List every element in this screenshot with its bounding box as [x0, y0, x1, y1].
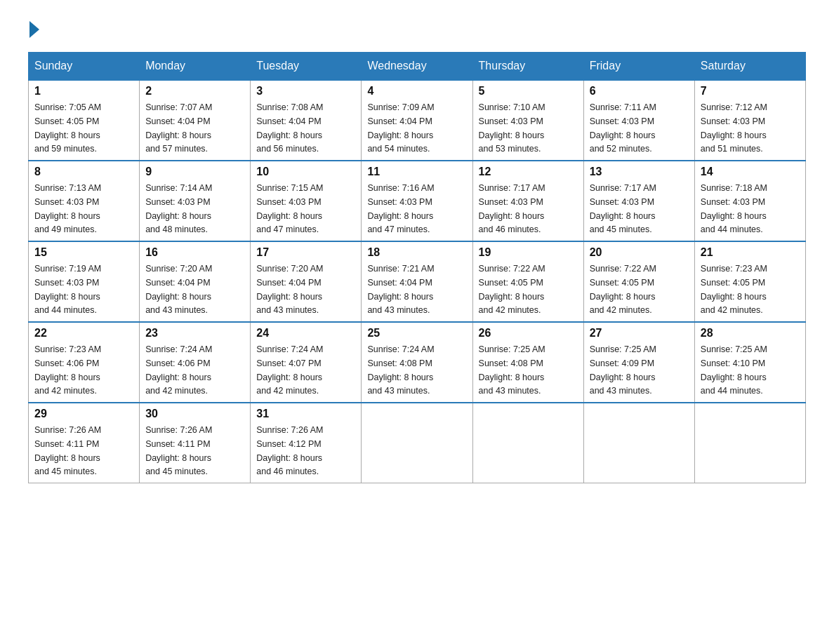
day-number: 5 — [479, 85, 578, 98]
week-row-3: 15 Sunrise: 7:19 AMSunset: 4:03 PMDaylig… — [29, 241, 806, 322]
calendar-cell: 14 Sunrise: 7:18 AMSunset: 4:03 PMDaylig… — [694, 161, 805, 241]
logo-arrow-icon — [29, 21, 39, 38]
day-number: 29 — [34, 408, 133, 420]
calendar-table: SundayMondayTuesdayWednesdayThursdayFrid… — [28, 52, 806, 483]
calendar-cell: 30 Sunrise: 7:26 AMSunset: 4:11 PMDaylig… — [140, 403, 251, 483]
calendar-cell: 13 Sunrise: 7:17 AMSunset: 4:03 PMDaylig… — [583, 161, 694, 241]
day-info: Sunrise: 7:05 AMSunset: 4:05 PMDaylight:… — [34, 102, 101, 154]
calendar-cell: 22 Sunrise: 7:23 AMSunset: 4:06 PMDaylig… — [29, 322, 140, 403]
day-number: 28 — [701, 327, 800, 340]
day-number: 6 — [590, 85, 689, 98]
calendar-cell: 28 Sunrise: 7:25 AMSunset: 4:10 PMDaylig… — [694, 322, 805, 403]
day-number: 22 — [34, 327, 133, 340]
calendar-cell — [694, 403, 805, 483]
day-info: Sunrise: 7:17 AMSunset: 4:03 PMDaylight:… — [479, 183, 545, 234]
day-number: 20 — [590, 246, 689, 259]
day-number: 15 — [34, 246, 133, 259]
day-info: Sunrise: 7:24 AMSunset: 4:06 PMDaylight:… — [145, 344, 212, 396]
day-number: 31 — [256, 408, 355, 420]
day-number: 13 — [590, 166, 689, 178]
calendar-cell: 2 Sunrise: 7:07 AMSunset: 4:04 PMDayligh… — [140, 80, 251, 161]
day-info: Sunrise: 7:10 AMSunset: 4:03 PMDaylight:… — [479, 102, 545, 154]
calendar-cell: 15 Sunrise: 7:19 AMSunset: 4:03 PMDaylig… — [29, 241, 140, 322]
day-info: Sunrise: 7:23 AMSunset: 4:05 PMDaylight:… — [701, 264, 767, 315]
day-info: Sunrise: 7:26 AMSunset: 4:12 PMDaylight:… — [256, 425, 323, 476]
day-info: Sunrise: 7:26 AMSunset: 4:11 PMDaylight:… — [145, 425, 212, 476]
calendar-cell: 17 Sunrise: 7:20 AMSunset: 4:04 PMDaylig… — [251, 241, 362, 322]
day-number: 18 — [367, 246, 466, 259]
day-number: 3 — [256, 85, 355, 98]
day-number: 7 — [701, 85, 800, 98]
day-info: Sunrise: 7:15 AMSunset: 4:03 PMDaylight:… — [256, 183, 323, 234]
day-number: 19 — [479, 246, 578, 259]
day-info: Sunrise: 7:25 AMSunset: 4:10 PMDaylight:… — [701, 344, 767, 396]
calendar-cell: 18 Sunrise: 7:21 AMSunset: 4:04 PMDaylig… — [362, 241, 472, 322]
calendar-cell: 7 Sunrise: 7:12 AMSunset: 4:03 PMDayligh… — [694, 80, 805, 161]
calendar-cell: 3 Sunrise: 7:08 AMSunset: 4:04 PMDayligh… — [251, 80, 362, 161]
calendar-cell: 26 Sunrise: 7:25 AMSunset: 4:08 PMDaylig… — [472, 322, 583, 403]
day-number: 9 — [145, 166, 244, 178]
day-info: Sunrise: 7:18 AMSunset: 4:03 PMDaylight:… — [701, 183, 767, 234]
header-tuesday: Tuesday — [251, 53, 362, 81]
day-number: 16 — [145, 246, 244, 259]
day-info: Sunrise: 7:17 AMSunset: 4:03 PMDaylight:… — [590, 183, 656, 234]
day-number: 14 — [701, 166, 800, 178]
day-number: 25 — [367, 327, 466, 340]
calendar-cell: 21 Sunrise: 7:23 AMSunset: 4:05 PMDaylig… — [694, 241, 805, 322]
day-info: Sunrise: 7:20 AMSunset: 4:04 PMDaylight:… — [145, 264, 212, 315]
calendar-cell: 4 Sunrise: 7:09 AMSunset: 4:04 PMDayligh… — [362, 80, 472, 161]
calendar-cell: 31 Sunrise: 7:26 AMSunset: 4:12 PMDaylig… — [251, 403, 362, 483]
calendar-cell: 11 Sunrise: 7:16 AMSunset: 4:03 PMDaylig… — [362, 161, 472, 241]
calendar-cell — [583, 403, 694, 483]
day-info: Sunrise: 7:16 AMSunset: 4:03 PMDaylight:… — [367, 183, 434, 234]
calendar-cell: 25 Sunrise: 7:24 AMSunset: 4:08 PMDaylig… — [362, 322, 472, 403]
weekday-header-row: SundayMondayTuesdayWednesdayThursdayFrid… — [29, 53, 806, 81]
day-number: 11 — [367, 166, 466, 178]
day-info: Sunrise: 7:22 AMSunset: 4:05 PMDaylight:… — [479, 264, 545, 315]
page-header — [28, 21, 806, 38]
calendar-cell — [472, 403, 583, 483]
day-number: 23 — [145, 327, 244, 340]
header-saturday: Saturday — [694, 53, 805, 81]
day-info: Sunrise: 7:19 AMSunset: 4:03 PMDaylight:… — [34, 264, 101, 315]
day-number: 2 — [145, 85, 244, 98]
day-number: 10 — [256, 166, 355, 178]
calendar-cell — [362, 403, 472, 483]
calendar-cell: 20 Sunrise: 7:22 AMSunset: 4:05 PMDaylig… — [583, 241, 694, 322]
calendar-cell: 27 Sunrise: 7:25 AMSunset: 4:09 PMDaylig… — [583, 322, 694, 403]
day-info: Sunrise: 7:21 AMSunset: 4:04 PMDaylight:… — [367, 264, 434, 315]
day-number: 8 — [34, 166, 133, 178]
day-info: Sunrise: 7:11 AMSunset: 4:03 PMDaylight:… — [590, 102, 656, 154]
day-number: 30 — [145, 408, 244, 420]
day-number: 27 — [590, 327, 689, 340]
day-info: Sunrise: 7:14 AMSunset: 4:03 PMDaylight:… — [145, 183, 212, 234]
calendar-cell: 19 Sunrise: 7:22 AMSunset: 4:05 PMDaylig… — [472, 241, 583, 322]
day-number: 21 — [701, 246, 800, 259]
day-info: Sunrise: 7:23 AMSunset: 4:06 PMDaylight:… — [34, 344, 101, 396]
week-row-4: 22 Sunrise: 7:23 AMSunset: 4:06 PMDaylig… — [29, 322, 806, 403]
day-info: Sunrise: 7:26 AMSunset: 4:11 PMDaylight:… — [34, 425, 101, 476]
calendar-cell: 16 Sunrise: 7:20 AMSunset: 4:04 PMDaylig… — [140, 241, 251, 322]
day-number: 1 — [34, 85, 133, 98]
day-info: Sunrise: 7:07 AMSunset: 4:04 PMDaylight:… — [145, 102, 212, 154]
calendar-cell: 9 Sunrise: 7:14 AMSunset: 4:03 PMDayligh… — [140, 161, 251, 241]
day-info: Sunrise: 7:25 AMSunset: 4:09 PMDaylight:… — [590, 344, 656, 396]
day-number: 12 — [479, 166, 578, 178]
calendar-cell: 23 Sunrise: 7:24 AMSunset: 4:06 PMDaylig… — [140, 322, 251, 403]
day-info: Sunrise: 7:12 AMSunset: 4:03 PMDaylight:… — [701, 102, 767, 154]
day-info: Sunrise: 7:25 AMSunset: 4:08 PMDaylight:… — [479, 344, 545, 396]
calendar-cell: 10 Sunrise: 7:15 AMSunset: 4:03 PMDaylig… — [251, 161, 362, 241]
calendar-cell: 6 Sunrise: 7:11 AMSunset: 4:03 PMDayligh… — [583, 80, 694, 161]
logo — [28, 21, 41, 38]
day-info: Sunrise: 7:08 AMSunset: 4:04 PMDaylight:… — [256, 102, 323, 154]
day-info: Sunrise: 7:24 AMSunset: 4:08 PMDaylight:… — [367, 344, 434, 396]
header-thursday: Thursday — [472, 53, 583, 81]
day-info: Sunrise: 7:20 AMSunset: 4:04 PMDaylight:… — [256, 264, 323, 315]
calendar-cell: 5 Sunrise: 7:10 AMSunset: 4:03 PMDayligh… — [472, 80, 583, 161]
day-info: Sunrise: 7:09 AMSunset: 4:04 PMDaylight:… — [367, 102, 434, 154]
day-info: Sunrise: 7:24 AMSunset: 4:07 PMDaylight:… — [256, 344, 323, 396]
header-wednesday: Wednesday — [362, 53, 472, 81]
week-row-2: 8 Sunrise: 7:13 AMSunset: 4:03 PMDayligh… — [29, 161, 806, 241]
day-number: 24 — [256, 327, 355, 340]
header-sunday: Sunday — [29, 53, 140, 81]
